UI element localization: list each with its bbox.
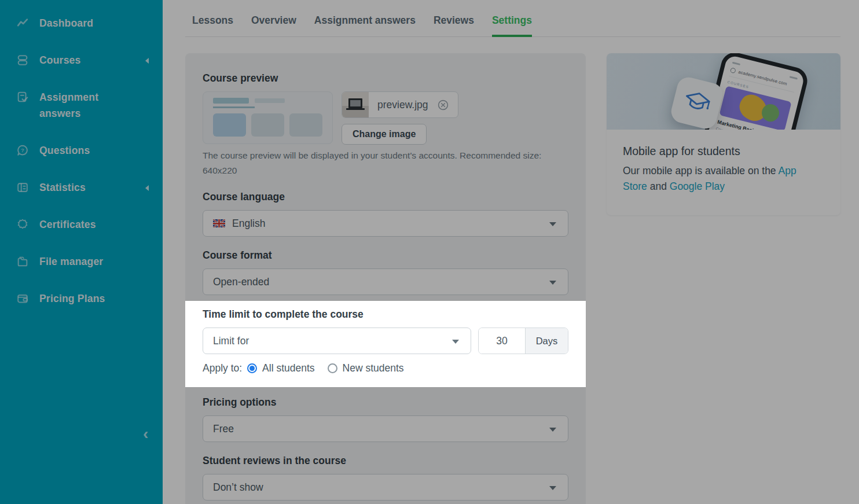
course-language-value: English (232, 218, 265, 230)
time-limit-value: Limit for (213, 335, 249, 347)
sidebar-item-label: Questions (39, 142, 90, 159)
uploaded-file-chip: preview.jpg (342, 91, 458, 118)
sidebar-item-assignment-answers[interactable]: Assignment answers (0, 89, 163, 122)
change-image-button[interactable]: Change image (342, 124, 427, 145)
time-limit-label: Time limit to complete the course (203, 308, 568, 321)
statistics-icon (16, 181, 29, 194)
time-limit-section: Time limit to complete the course Limit … (185, 301, 586, 387)
course-language-label: Course language (203, 191, 568, 203)
chevron-down-icon (452, 340, 459, 344)
svg-text:?: ? (21, 147, 24, 153)
course-format-value: Open-ended (213, 276, 269, 288)
sidebar-collapse-icon[interactable]: ‹ (143, 426, 148, 442)
course-format-select[interactable]: Open-ended (203, 268, 568, 295)
main-content: Lessons Overview Assignment answers Revi… (163, 0, 859, 504)
uk-flag-icon (213, 219, 225, 228)
chevron-down-icon (549, 486, 556, 490)
pricing-options-value: Free (213, 423, 234, 435)
sidebar-item-statistics[interactable]: Statistics (0, 179, 163, 196)
time-limit-amount-input[interactable] (479, 328, 525, 354)
course-preview-helper: The course preview will be displayed in … (203, 148, 559, 178)
mock-pill (213, 98, 249, 104)
course-language-select[interactable]: English (203, 210, 568, 237)
chevron-down-icon (549, 281, 556, 285)
mock-block (213, 113, 246, 137)
radio-new-students-label[interactable]: New students (343, 362, 404, 374)
sidebar-item-file-manager[interactable]: File manager (0, 253, 163, 270)
sidebar-item-certificates[interactable]: Certificates (0, 216, 163, 233)
time-limit-select[interactable]: Limit for (203, 328, 471, 354)
app-card-title: Mobile app for students (623, 145, 824, 158)
apply-to-radio-group: Apply to: All students New students (203, 362, 568, 374)
activity-icon (16, 17, 29, 30)
mock-block (289, 113, 322, 137)
sidebar-item-label: File manager (39, 253, 103, 270)
student-reviews-label: Student reviews in the course (203, 455, 568, 467)
sidebar-item-label: Dashboard (39, 15, 93, 31)
radio-new-students[interactable] (328, 363, 337, 373)
sidebar-item-courses[interactable]: Courses (0, 52, 163, 68)
sidebar-item-label: Certificates (39, 216, 96, 233)
pricing-options-label: Pricing options (203, 396, 568, 409)
sidebar-item-label: Statistics (39, 179, 86, 196)
mock-pill (255, 98, 285, 103)
phone-url: academy.sendpulse.com (737, 69, 787, 87)
sidebar-item-label: Assignment answers (39, 89, 132, 122)
certificate-seal-icon (16, 218, 29, 231)
sidebar-item-label: Courses (39, 52, 80, 68)
assignment-check-icon (16, 91, 29, 104)
course-tabs: Lessons Overview Assignment answers Revi… (185, 14, 840, 37)
file-name: preview.jpg (377, 99, 428, 111)
tab-lessons[interactable]: Lessons (192, 14, 233, 37)
sidebar-item-questions[interactable]: ? Questions (0, 142, 163, 159)
time-limit-unit: Days (525, 328, 568, 354)
pricing-options-select[interactable]: Free (203, 415, 568, 442)
books-icon (16, 54, 29, 67)
tab-overview[interactable]: Overview (251, 14, 296, 37)
course-preview-thumbnail (203, 91, 333, 144)
chevron-down-icon (549, 428, 556, 432)
app-card-text: Our mobile app is available on the App S… (623, 163, 814, 194)
course-preview-label: Course preview (203, 72, 568, 84)
radio-all-students-label[interactable]: All students (262, 362, 314, 374)
radio-all-students[interactable] (247, 363, 257, 373)
wallet-icon (16, 292, 29, 305)
file-thumbnail (342, 92, 369, 117)
app-promo-image: academy.sendpulse.com COURSES Marketing … (607, 53, 840, 130)
submenu-caret-icon (145, 58, 149, 64)
mock-underline (213, 106, 255, 108)
tab-assignment-answers[interactable]: Assignment answers (314, 14, 416, 37)
sidebar-item-dashboard[interactable]: Dashboard (0, 15, 163, 31)
student-reviews-value: Don’t show (213, 481, 263, 494)
tab-reviews[interactable]: Reviews (434, 14, 474, 37)
mobile-app-promo-card: academy.sendpulse.com COURSES Marketing … (607, 53, 840, 215)
apply-to-label: Apply to: (203, 362, 242, 374)
google-play-link[interactable]: Google Play (670, 181, 725, 192)
remove-file-icon[interactable] (437, 99, 449, 111)
sidebar-item-pricing-plans[interactable]: Pricing Plans (0, 290, 163, 307)
app-text-middle: and (647, 181, 670, 192)
app-text-before: Our mobile app is available on the (623, 165, 779, 176)
submenu-caret-icon (145, 185, 149, 191)
question-bubble-icon: ? (16, 144, 29, 157)
mock-block (251, 113, 284, 137)
tab-settings[interactable]: Settings (492, 14, 532, 37)
course-format-label: Course format (203, 249, 568, 262)
student-reviews-select[interactable]: Don’t show (203, 474, 568, 501)
sidebar: Dashboard Courses Assignment answers ? Q… (0, 0, 163, 504)
chevron-down-icon (549, 222, 556, 226)
time-limit-amount-group: Days (478, 328, 568, 354)
settings-card: Course preview (185, 53, 586, 504)
folder-icon (16, 255, 29, 268)
globe-icon (730, 67, 736, 73)
sidebar-item-label: Pricing Plans (39, 290, 105, 307)
